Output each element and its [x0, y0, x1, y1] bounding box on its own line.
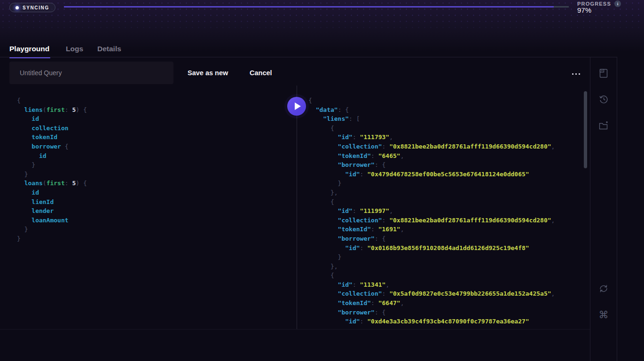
- query-editor[interactable]: { liens(first: 5) { id collection tokenI…: [0, 86, 297, 329]
- tab-playground[interactable]: Playground: [9, 45, 66, 58]
- response-viewer: { "data": { "liens": [ { "id": "111793",…: [297, 86, 590, 329]
- syncing-status-badge: SYNCING: [9, 3, 55, 12]
- syncing-dot-icon: [16, 6, 19, 9]
- tab-details[interactable]: Details: [97, 45, 135, 58]
- info-icon[interactable]: i: [614, 0, 621, 7]
- editor-bottom-divider: [0, 329, 590, 330]
- playground-page: SYNCING PROGRESS i 97% Playground Logs D…: [0, 0, 644, 361]
- more-options-icon[interactable]: [570, 71, 582, 77]
- folder-add-icon[interactable]: [597, 119, 610, 132]
- progress-percentage: 97%: [577, 6, 591, 14]
- graphql-query-code: { liens(first: 5) { id collection tokenI…: [0, 86, 297, 243]
- header-dot-pattern: [0, 0, 644, 34]
- response-scrollbar[interactable]: [584, 91, 587, 168]
- json-response-code: { "data": { "liens": [ { "id": "111793",…: [297, 86, 590, 326]
- docs-icon[interactable]: [597, 67, 610, 80]
- save-as-new-button[interactable]: Save as new: [188, 69, 228, 77]
- refresh-icon[interactable]: [597, 282, 610, 295]
- cancel-button[interactable]: Cancel: [250, 69, 272, 77]
- progress-fill: [64, 6, 554, 8]
- tab-bar-divider: [0, 57, 617, 57]
- tab-logs[interactable]: Logs: [66, 45, 97, 58]
- command-icon[interactable]: ⌘: [597, 308, 610, 322]
- icon-rail-left-divider: [590, 57, 590, 361]
- query-name-input[interactable]: [9, 62, 173, 84]
- sync-progress-bar: [64, 6, 569, 8]
- tab-bar: Playground Logs Details: [9, 45, 135, 58]
- history-icon[interactable]: [597, 93, 610, 106]
- icon-rail-right-divider: [617, 57, 617, 361]
- syncing-label: SYNCING: [23, 5, 49, 10]
